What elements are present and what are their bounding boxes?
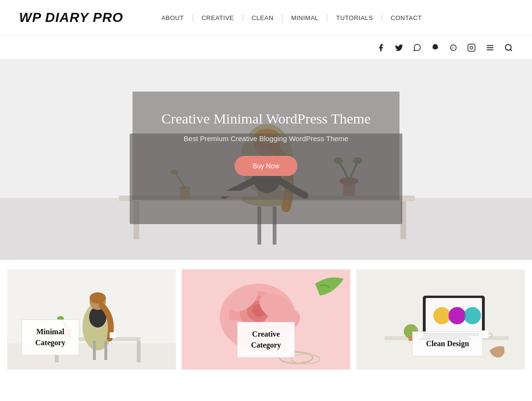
creative-card-label: CreativeCategory [237, 322, 295, 358]
category-cards: MinimalCategory CreativeCategory [0, 260, 532, 379]
reddit-icon[interactable]: r/ [449, 43, 458, 52]
svg-rect-3 [468, 44, 475, 51]
svg-point-8 [505, 44, 511, 50]
svg-point-63 [464, 307, 481, 324]
svg-rect-37 [93, 341, 96, 360]
svg-rect-35 [137, 341, 141, 362]
nav-about[interactable]: ABOUT [161, 14, 193, 21]
main-nav: ABOUT CREATIVE CLEAN MINIMAL TUTORIALS C… [161, 14, 430, 21]
minimal-category-card[interactable]: MinimalCategory [7, 269, 176, 370]
svg-point-41 [90, 292, 106, 304]
hamburger-menu-icon[interactable] [485, 43, 495, 52]
clean-design-label-text: Clean Design [426, 339, 469, 349]
social-bar: r/ [0, 36, 532, 60]
site-header: WP DIARY PRO ABOUT CREATIVE CLEAN MINIMA… [0, 0, 532, 36]
hero-content: Creative Minimal WordPress Theme Best Pr… [133, 92, 399, 200]
nav-contact[interactable]: CONTACT [382, 14, 430, 21]
clean-design-card-label: Clean Design [412, 331, 483, 356]
snapchat-icon[interactable] [431, 43, 440, 52]
hero-section: Creative Minimal WordPress Theme Best Pr… [0, 60, 532, 260]
site-logo[interactable]: WP DIARY PRO [19, 10, 123, 25]
nav-minimal[interactable]: MINIMAL [283, 14, 328, 21]
creative-label-text: CreativeCategory [251, 329, 281, 350]
clean-design-card[interactable]: Clean Design [356, 269, 525, 370]
search-icon[interactable] [504, 43, 513, 52]
svg-point-61 [433, 307, 450, 324]
minimal-label-text: MinimalCategory [35, 327, 65, 348]
whatsapp-icon[interactable] [413, 43, 421, 52]
minimal-card-label: MinimalCategory [21, 319, 79, 355]
svg-rect-38 [104, 341, 107, 360]
nav-creative[interactable]: CREATIVE [193, 14, 243, 21]
svg-rect-42 [110, 332, 116, 338]
nav-tutorials[interactable]: TUTORIALS [327, 14, 382, 21]
facebook-icon[interactable] [377, 43, 385, 52]
svg-line-9 [510, 49, 512, 51]
twitter-icon[interactable] [395, 43, 403, 52]
instagram-icon[interactable] [467, 43, 476, 52]
svg-point-64 [449, 307, 466, 324]
creative-category-card[interactable]: CreativeCategory [182, 269, 350, 370]
nav-clean[interactable]: CLEAN [243, 14, 283, 21]
hero-subtitle: Best Premium Creative Blogging WordPress… [161, 134, 371, 143]
buy-now-button[interactable]: Buy Now [235, 156, 297, 176]
hero-title: Creative Minimal WordPress Theme [161, 111, 371, 127]
